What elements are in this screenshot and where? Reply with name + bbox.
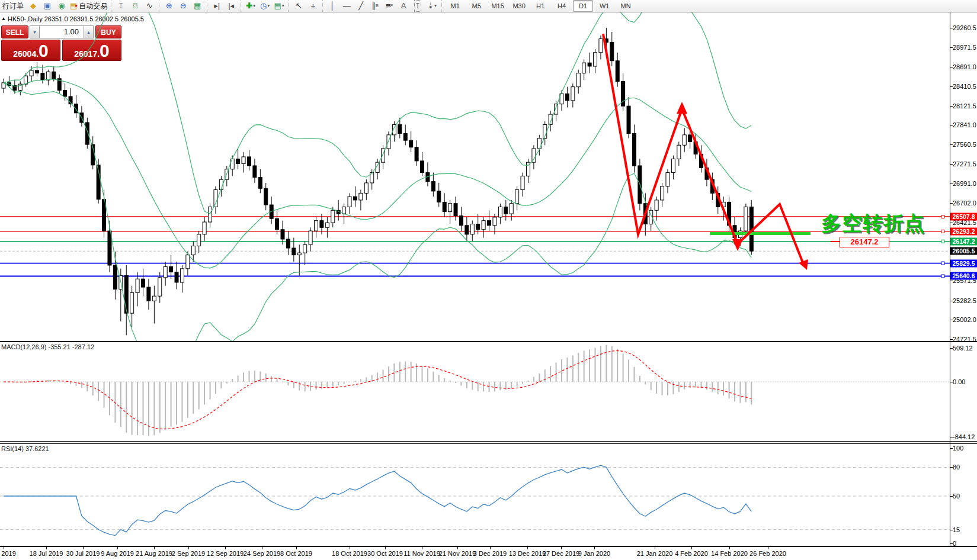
price-tick-label: 28410.5 [953, 83, 976, 90]
trading-app-window: 行订单 ◆ ▣ ◉ ▤● 自动交易 ⌶ ⌼ ∿ ⊕ ⊖ ▦ ▸| |◂ ✚▾ ◷… [0, 0, 977, 560]
date-label: 24 Sep 2019 [244, 550, 280, 557]
date-label: 18 Oct 2019 [332, 550, 367, 557]
date-label: 9 Jan 2020 [578, 550, 610, 557]
rsi-tick-label: 50 [953, 493, 960, 500]
rsi-date-splitter [0, 546, 977, 547]
date-tick [154, 546, 155, 549]
date-label: 21 Jan 2020 [637, 550, 673, 557]
price-tick-label: 29260.5 [953, 24, 976, 31]
macd-tick-label: -844.12 [953, 433, 975, 440]
date-tick [594, 546, 595, 549]
date-tick [4, 546, 4, 549]
price-tick-label: 26991.0 [953, 180, 976, 187]
price-tick-label: 28691.0 [953, 63, 976, 70]
date-tick [83, 546, 84, 549]
price-tick-label: 27271.5 [953, 160, 976, 168]
macd-tick-label: 509.12 [953, 345, 973, 352]
price-tick-label: 28971.5 [953, 44, 976, 51]
price-line-label: 26147.2 [950, 237, 977, 245]
date-label: 4 Feb 2020 [675, 550, 708, 557]
rsi-tick-label: 100 [953, 445, 963, 452]
price-line-label: 26005.5 [950, 247, 977, 255]
macd-rsi-splitter-bottom[interactable] [0, 443, 977, 444]
date-label: 8 Oct 2019 [280, 550, 312, 557]
price-tick-label: 27560.5 [953, 141, 976, 148]
price-line-label: 25829.5 [950, 259, 977, 267]
date-tick [457, 546, 458, 549]
date-tick [188, 546, 189, 549]
date-label: 13 Dec 2019 [509, 550, 546, 557]
level-label-dash [831, 241, 840, 242]
date-tick [691, 546, 692, 549]
date-label: 26 Feb 2020 [749, 550, 786, 557]
date-label: 11 Nov 2019 [403, 550, 440, 557]
macd-label: MACD(12,26,9) -355.21 -287.12 [1, 343, 94, 350]
date-label: 12 Sep 2019 [207, 550, 244, 557]
date-tick [490, 546, 491, 549]
date-label: 21 Aug 2019 [136, 550, 172, 557]
date-tick [350, 546, 350, 549]
date-label: 2 Sep 2019 [172, 550, 205, 557]
price-tick-label: 27841.0 [953, 121, 976, 128]
main-macd-splitter[interactable] [0, 341, 977, 342]
rsi-tick-label: 15 [953, 526, 960, 533]
date-label: 9 Aug 2019 [101, 550, 134, 557]
date-tick [768, 546, 768, 549]
date-label: 30 Oct 2019 [367, 550, 403, 557]
rsi-tick-label: 80 [953, 464, 960, 471]
price-tick-label: 28121.5 [953, 102, 976, 110]
date-label: 21 Nov 2019 [439, 550, 476, 557]
date-label: 18 Jul 2019 [30, 550, 63, 557]
date-label: 14 Feb 2020 [711, 550, 748, 557]
macd-tick-label: 0.00 [953, 378, 965, 385]
price-line-label: 25640.6 [950, 272, 977, 280]
date-tick [655, 546, 655, 549]
chart-plot-area[interactable] [0, 0, 977, 560]
price-line-label: 26507.8 [950, 213, 977, 220]
date-tick [296, 546, 297, 549]
price-tick-label: 24721.5 [953, 336, 976, 343]
turning-point-annotation: 多空转折点 [821, 210, 925, 237]
date-label: 30 Jul 2019 [66, 550, 100, 557]
date-label: 27 Dec 2019 [543, 550, 579, 557]
price-tick-label: 25002.0 [953, 316, 976, 323]
date-label: 3 Dec 2019 [473, 550, 507, 557]
date-label: Jul 2019 [0, 550, 16, 557]
price-line-label: 26293.2 [950, 227, 977, 235]
date-tick [262, 546, 262, 549]
date-tick [729, 546, 730, 549]
date-tick [385, 546, 386, 549]
rsi-tick-label: 0 [953, 540, 956, 547]
macd-rsi-splitter-top[interactable] [0, 441, 977, 442]
date-tick [527, 546, 528, 549]
date-tick [117, 546, 118, 549]
date-tick [46, 546, 47, 549]
price-tick-label: 25282.5 [953, 297, 976, 304]
price-tick-label: 26702.0 [953, 199, 976, 207]
level-price-annotation: 26147.2 [840, 237, 889, 247]
date-tick [422, 546, 422, 549]
date-tick [225, 546, 226, 549]
date-tick [561, 546, 562, 549]
rsi-label: RSI(14) 37.6221 [1, 445, 49, 452]
